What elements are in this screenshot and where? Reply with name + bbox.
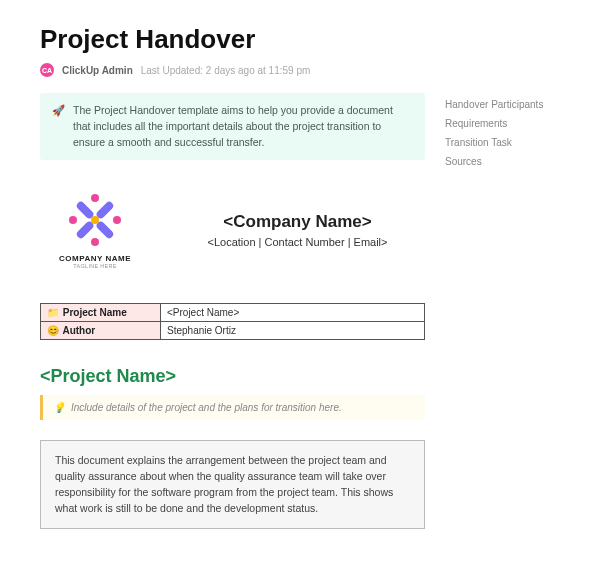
svg-point-5	[113, 216, 121, 224]
company-logo: COMPANY NAME TAGLINE HERE	[40, 190, 150, 269]
logo-name: COMPANY NAME	[40, 254, 150, 263]
intro-callout: 🚀 The Project Handover template aims to …	[40, 93, 425, 160]
company-name-heading: <Company Name>	[170, 212, 425, 232]
logo-tagline: TAGLINE HERE	[40, 263, 150, 269]
bulb-icon: 💡	[53, 402, 65, 413]
face-icon: 😊	[47, 325, 60, 336]
callout-text: The Project Handover template aims to he…	[73, 103, 413, 150]
svg-rect-3	[75, 200, 95, 220]
table-row: 😊 Author Stephanie Ortiz	[41, 322, 425, 340]
author-avatar: CA	[40, 63, 54, 77]
svg-point-8	[91, 216, 99, 224]
hint-text: Include details of the project and the p…	[71, 402, 342, 413]
project-info-table: 📁 Project Name <Project Name> 😊 Author S…	[40, 303, 425, 340]
toc-item-requirements[interactable]: Requirements	[445, 114, 560, 133]
hint-callout: 💡 Include details of the project and the…	[40, 395, 425, 420]
row-value[interactable]: <Project Name>	[161, 304, 425, 322]
svg-rect-0	[95, 200, 115, 220]
svg-point-6	[91, 238, 99, 246]
description-box[interactable]: This document explains the arrangement b…	[40, 440, 425, 529]
section-heading: <Project Name>	[40, 366, 425, 387]
toc-item-transition-task[interactable]: Transition Task	[445, 133, 560, 152]
row-label: Author	[62, 325, 95, 336]
svg-point-7	[69, 216, 77, 224]
svg-rect-1	[95, 220, 115, 240]
rocket-icon: 🚀	[52, 103, 65, 150]
last-updated: Last Updated: 2 days ago at 11:59 pm	[141, 65, 311, 76]
author-name: ClickUp Admin	[62, 65, 133, 76]
meta-row: CA ClickUp Admin Last Updated: 2 days ag…	[40, 63, 560, 77]
company-subheading: <Location | Contact Number | Email>	[170, 236, 425, 248]
row-value[interactable]: Stephanie Ortiz	[161, 322, 425, 340]
table-of-contents: Handover Participants Requirements Trans…	[445, 93, 560, 529]
row-label: Project Name	[63, 307, 127, 318]
company-block: COMPANY NAME TAGLINE HERE <Company Name>…	[40, 190, 425, 269]
svg-rect-2	[75, 220, 95, 240]
svg-point-4	[91, 194, 99, 202]
page-title: Project Handover	[40, 24, 560, 55]
folder-icon: 📁	[47, 307, 60, 318]
toc-item-sources[interactable]: Sources	[445, 152, 560, 171]
toc-item-handover-participants[interactable]: Handover Participants	[445, 95, 560, 114]
table-row: 📁 Project Name <Project Name>	[41, 304, 425, 322]
logo-mark-icon	[65, 190, 125, 250]
